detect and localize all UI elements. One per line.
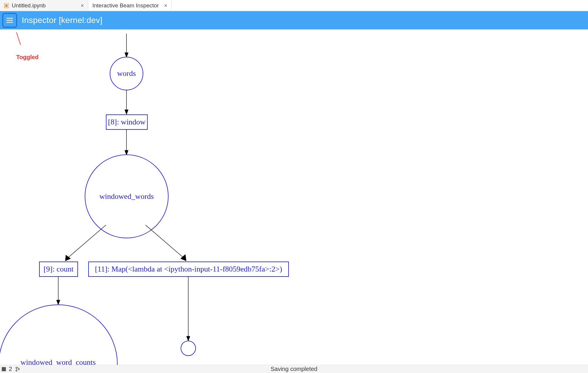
status-left: 2: [0, 366, 20, 372]
node-window[interactable]: [8]: window: [106, 114, 148, 130]
graph-edge: [124, 130, 129, 155]
tab-untitled[interactable]: Untitled.ipynb ×: [0, 0, 88, 11]
git-icon: [15, 367, 20, 372]
node-map[interactable]: [11]: Map(<lambda at <ipython-input-11-f…: [88, 262, 289, 277]
node-small-output[interactable]: [181, 341, 196, 356]
graph-edge: [185, 277, 191, 341]
graph-edge: [59, 225, 112, 263]
svg-point-19: [18, 368, 19, 369]
hamburger-icon: [6, 17, 14, 23]
svg-marker-12: [181, 254, 186, 261]
notebook-icon: [4, 3, 9, 8]
graph-edge: [124, 90, 129, 114]
node-label: [11]: Map(<lambda at <ipython-input-11-f…: [95, 265, 282, 274]
status-indicator-icon: [2, 367, 6, 371]
inspector-title: Inspector [kernel:dev]: [22, 16, 102, 25]
menu-toggle-button[interactable]: [3, 14, 16, 27]
node-count[interactable]: [9]: count: [39, 262, 78, 277]
graph-edge: [55, 277, 61, 305]
close-icon[interactable]: ×: [164, 3, 167, 8]
close-icon[interactable]: ×: [81, 3, 84, 8]
node-label: [9]: count: [44, 265, 74, 274]
node-label: windowed_word_counts: [21, 358, 96, 365]
node-windowed-word-counts[interactable]: windowed_word_counts: [0, 304, 118, 365]
status-counter: 2: [9, 366, 12, 372]
status-message: Saving completed: [0, 366, 588, 372]
tab-bar: Untitled.ipynb × Interactive Beam Inspec…: [0, 0, 588, 11]
node-words[interactable]: words: [110, 57, 143, 90]
tab-inspector[interactable]: Interactive Beam Inspector ×: [88, 0, 172, 11]
tab-label: Interactive Beam Inspector: [92, 2, 159, 9]
svg-point-17: [16, 367, 17, 368]
node-label: [8]: window: [108, 118, 146, 126]
svg-marker-16: [186, 336, 190, 341]
node-label: words: [117, 69, 136, 78]
graph-edge: [141, 225, 200, 263]
svg-marker-14: [56, 300, 60, 305]
inspector-header: Inspector [kernel:dev]: [0, 11, 588, 29]
pipeline-graph[interactable]: words [8]: window windowed_words [9]: co…: [0, 29, 588, 365]
svg-marker-6: [125, 110, 128, 114]
graph-edge: [124, 34, 129, 57]
svg-line-9: [68, 225, 106, 258]
tab-label: Untitled.ipynb: [12, 2, 78, 9]
node-label: windowed_words: [99, 192, 154, 201]
svg-point-18: [16, 370, 17, 371]
status-bar: 2 Saving completed: [0, 365, 588, 373]
svg-line-11: [146, 225, 184, 258]
